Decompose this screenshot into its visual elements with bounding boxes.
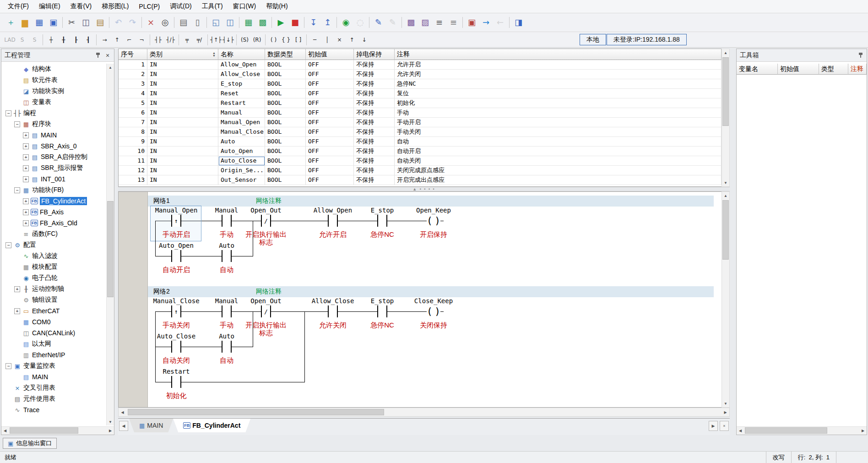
collapse-icon[interactable]: − xyxy=(5,110,11,116)
upload-button[interactable]: ↥ xyxy=(320,16,335,30)
table-row-10[interactable]: 10INAuto_OpenBOOLOFF不保持自动开启 xyxy=(119,147,722,156)
table-row-1[interactable]: 1INAllow_OpenBOOLOFF不保持允许开启 xyxy=(119,60,722,70)
falling-contact-button[interactable]: ┤↓├ xyxy=(222,34,234,45)
monitor-button[interactable]: ◉ xyxy=(339,16,353,30)
no-contact-button[interactable]: ┤├ xyxy=(152,34,164,45)
local-mode-button[interactable]: 本地 xyxy=(580,34,606,45)
contact-manual[interactable] xyxy=(222,215,232,227)
contact-open_out-name[interactable]: Open_Out xyxy=(234,297,298,305)
contact-restart[interactable] xyxy=(171,376,181,388)
tree-item-device-table[interactable]: ▤软元件表 xyxy=(2,75,106,86)
set-coil-button[interactable]: (S) xyxy=(239,34,251,45)
find-button[interactable]: ◎ xyxy=(158,16,172,30)
tree-item-ethernet-ip[interactable]: ▥EtherNet/IP xyxy=(2,349,106,360)
contact-auto_close[interactable] xyxy=(171,341,181,353)
coil-button[interactable]: ( ) xyxy=(267,34,280,45)
variable-table-scrollbar[interactable]: ▲ ▼ xyxy=(722,49,730,187)
expand-icon[interactable]: + xyxy=(23,154,29,160)
table-row-3[interactable]: 3INE_stopBOOLOFF不保持急停NC xyxy=(119,79,722,89)
menu-item-3[interactable]: 梯形图(L) xyxy=(97,0,134,13)
expand-icon[interactable]: + xyxy=(23,209,29,215)
collapse-icon[interactable]: − xyxy=(14,121,20,127)
scroll-down-button[interactable]: ▼ xyxy=(722,400,729,407)
contact-auto[interactable] xyxy=(222,250,232,262)
append-cell-button[interactable]: ┨ xyxy=(82,34,94,45)
table-row-5[interactable]: 5INRestartBOOLOFF不保持初始化 xyxy=(119,98,722,108)
comment-display-button[interactable]: ≡ xyxy=(432,16,446,30)
new-file-button[interactable]: ＋ xyxy=(4,16,18,30)
tree-item-cross-ref[interactable]: ×交叉引用表 xyxy=(2,382,106,393)
tree-item-e-cam[interactable]: ◉电子凸轮 xyxy=(2,272,106,283)
network-comment-button[interactable]: ≡ xyxy=(446,16,461,30)
tree-item-axis-group[interactable]: ⚙轴组设置 xyxy=(2,294,106,305)
print-preview-button[interactable]: ▯ xyxy=(190,16,205,30)
contact-auto-name[interactable]: Auto xyxy=(195,242,259,249)
scroll-thumb[interactable] xyxy=(107,201,114,297)
expand-icon[interactable]: + xyxy=(23,143,29,149)
network-comment[interactable]: 网络注释 xyxy=(256,197,282,205)
scroll-left-button[interactable]: ◀ xyxy=(737,427,744,434)
contact-open_out-name[interactable]: Open_Out xyxy=(234,207,298,214)
table-row-9[interactable]: 9INAutoBOOLOFF不保持自动 xyxy=(119,137,722,147)
scroll-thumb[interactable] xyxy=(745,427,827,434)
table-row-2[interactable]: 2INAllow_CloseBOOLOFF不保持允许关闭 xyxy=(119,70,722,79)
symbol-config-button[interactable]: ▨ xyxy=(418,16,432,30)
expand-icon[interactable]: + xyxy=(23,198,29,204)
tree-item-main[interactable]: +▤MAIN xyxy=(2,130,106,141)
reset-coil-button[interactable]: (R) xyxy=(251,34,263,45)
tree-item-sbr-indicator-alarm[interactable]: +▤SBR_指示报警 xyxy=(2,163,106,174)
contact-manual[interactable] xyxy=(222,305,232,317)
column-header-name[interactable]: 名称 xyxy=(218,49,265,60)
scroll-up-button[interactable]: ▲ xyxy=(722,192,729,199)
network-header[interactable]: 网络1网络注释 xyxy=(148,196,714,207)
tree-item-motion-axis[interactable]: +╂运动控制轴 xyxy=(2,283,106,294)
tree-item-fc-folder[interactable]: ≡函数(FC) xyxy=(2,229,106,240)
goto-device-button[interactable]: → xyxy=(479,16,493,30)
column-header-no[interactable]: 序号 xyxy=(119,49,147,60)
line-corner-button[interactable]: ⌐ xyxy=(123,34,136,45)
tree-item-ethercat[interactable]: +▭EtherCAT xyxy=(2,305,106,316)
insert-cell-button[interactable]: ╂ xyxy=(57,34,70,45)
simulation-button[interactable]: ▣ xyxy=(465,16,479,30)
menu-item-5[interactable]: 调试(D) xyxy=(165,0,196,13)
stop-button[interactable]: ■ xyxy=(288,16,302,30)
scroll-right-button[interactable]: ▶ xyxy=(722,408,729,416)
download-button[interactable]: ↧ xyxy=(306,16,320,30)
tree-item-struct[interactable]: ◆结构体 xyxy=(2,64,106,75)
scroll-thumb[interactable] xyxy=(722,57,729,126)
contact-manual_close[interactable]: ↑ xyxy=(171,305,181,317)
tree-item-module-config[interactable]: ▦模块配置 xyxy=(2,261,106,272)
ladder-scrollbar[interactable]: ▲ ▼ xyxy=(722,191,730,408)
scroll-left-button[interactable]: ◀ xyxy=(1,427,9,434)
cut-button[interactable]: ✂ xyxy=(65,16,79,30)
copy-button[interactable]: ◫ xyxy=(79,16,93,30)
tree-item-input-filter[interactable]: ∿输入滤波 xyxy=(2,251,106,261)
tree-item-canlink[interactable]: ◫CAN(CANLink) xyxy=(2,327,106,338)
online-edit-button[interactable]: ✎ xyxy=(371,16,385,30)
project-tree-scrollbar[interactable]: ▲ ▼ xyxy=(106,64,114,425)
compile-all-button[interactable]: ▩ xyxy=(255,16,270,30)
tree-item-fb-cylinderact[interactable]: +FBFB_CylinderAct xyxy=(2,196,106,207)
rising-edge-button[interactable]: ↑ xyxy=(346,34,358,45)
run-button[interactable]: ▶ xyxy=(274,16,288,30)
tree-item-ethernet[interactable]: ▤以太网 xyxy=(2,338,106,349)
tree-item-sbr-start-stop[interactable]: +▤SBR_A启停控制 xyxy=(2,152,106,163)
expand-icon[interactable]: + xyxy=(14,286,20,292)
tree-item-element-usage[interactable]: ▤元件使用表 xyxy=(2,393,106,404)
menu-item-4[interactable]: PLC(P) xyxy=(134,0,165,13)
expand-icon[interactable]: + xyxy=(14,308,20,314)
tree-item-fb-folder[interactable]: −▦功能块(FB) xyxy=(2,185,106,196)
falling-edge-button[interactable]: ↓ xyxy=(358,34,370,45)
table-row-11[interactable]: 11INAuto_CloseBOOLOFF不保持自动关闭 xyxy=(119,156,722,166)
collapse-icon[interactable]: − xyxy=(5,363,11,369)
menu-item-6[interactable]: 工具(T) xyxy=(197,0,228,13)
print-button[interactable]: ▤ xyxy=(176,16,190,30)
rising-contact-button[interactable]: ┤↑├ xyxy=(210,34,222,45)
sort-arrows-icon[interactable]: ▲ ▼ xyxy=(212,52,216,57)
collapse-icon[interactable]: − xyxy=(5,242,11,248)
tab-fb-cylinderact[interactable]: FBFB_CylinderAct xyxy=(173,419,250,432)
contact-restart-name[interactable]: Restart xyxy=(144,368,208,375)
tab-main[interactable]: ▦MAIN xyxy=(129,419,173,432)
pin-icon[interactable] xyxy=(95,52,101,58)
table-row-12[interactable]: 12INOrigin_Se...BOOLOFF不保持关闭完成原点感应 xyxy=(119,166,722,175)
